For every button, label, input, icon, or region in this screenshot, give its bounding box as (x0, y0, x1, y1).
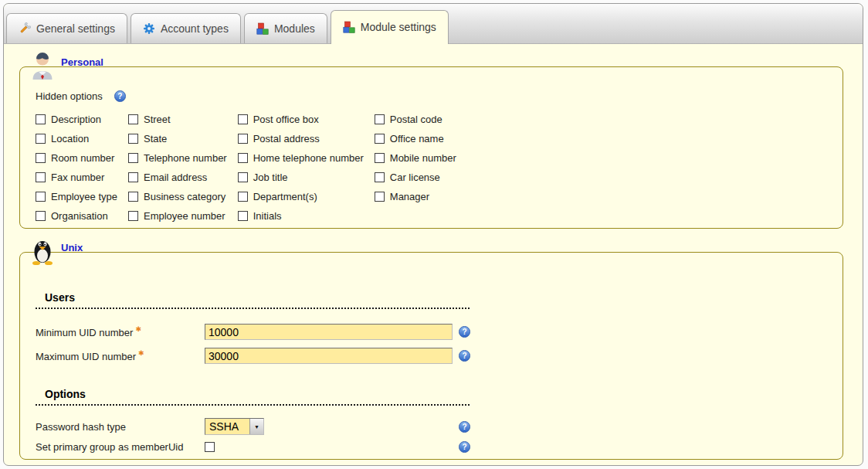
hidden-option-label: Organisation (51, 210, 108, 222)
hidden-option-checkbox[interactable] (128, 153, 138, 163)
hidden-option-checkbox[interactable] (128, 211, 138, 221)
minimum-uid-input[interactable] (205, 324, 453, 340)
maximum-uid-label: Maximum UID number (36, 349, 205, 362)
hidden-option-checkbox[interactable] (375, 134, 385, 144)
hidden-option[interactable]: Post office box (238, 114, 364, 125)
hidden-option[interactable]: Street (128, 114, 227, 125)
hidden-option-checkbox[interactable] (128, 172, 138, 182)
minimum-uid-label: Minimum UID number (36, 325, 205, 338)
options-subheader: Options (36, 388, 470, 406)
hidden-option-checkbox[interactable] (375, 192, 385, 202)
hidden-option-label: Home telephone number (253, 152, 364, 164)
minimum-uid-row: Minimum UID number (36, 320, 843, 344)
hidden-option[interactable]: Description (36, 114, 117, 125)
tab-account-types[interactable]: Account types (131, 13, 241, 43)
help-icon[interactable] (114, 90, 126, 102)
hidden-option-checkbox[interactable] (238, 134, 248, 144)
tab-label: Module settings (361, 21, 436, 33)
hidden-option-label: Mobile number (390, 152, 456, 164)
hidden-option-checkbox[interactable] (128, 114, 138, 124)
hidden-option-checkbox[interactable] (375, 114, 385, 124)
hidden-options-label: Hidden options (36, 90, 103, 102)
tab-general-settings[interactable]: General settings (6, 13, 127, 43)
tab-bar: General settings Account types (4, 4, 863, 44)
hidden-option-checkbox[interactable] (375, 172, 385, 182)
tux-penguin-icon (31, 237, 54, 265)
hidden-option[interactable]: Organisation (36, 210, 117, 222)
hidden-option[interactable]: Postal code (375, 114, 456, 125)
hidden-option-label: State (144, 133, 167, 144)
wrench-icon (19, 22, 31, 35)
hidden-option[interactable]: Car license (375, 172, 456, 183)
password-hash-row: Password hash type SSHA (36, 416, 843, 437)
hidden-option[interactable]: Business category (128, 191, 227, 202)
hidden-option-checkbox[interactable] (36, 192, 46, 202)
chevron-down-icon[interactable] (249, 419, 263, 434)
help-icon[interactable] (459, 326, 470, 338)
hidden-option-checkbox[interactable] (238, 211, 248, 221)
hidden-option-label: Job title (253, 172, 288, 183)
options-subheader-label: Options (45, 388, 86, 400)
tab-label: Account types (161, 22, 229, 35)
maximum-uid-input[interactable] (205, 348, 453, 364)
hidden-option[interactable]: Postal address (238, 133, 364, 144)
hidden-option[interactable]: State (128, 133, 227, 144)
help-icon[interactable] (459, 350, 470, 362)
hidden-option-checkbox[interactable] (238, 192, 248, 202)
personal-section-title: Personal (61, 57, 103, 68)
hidden-option[interactable]: Department(s) (238, 191, 364, 202)
hidden-option[interactable]: Location (36, 133, 117, 144)
hidden-option-checkbox[interactable] (238, 172, 248, 182)
hidden-option-checkbox[interactable] (128, 134, 138, 144)
hidden-option[interactable]: Mobile number (375, 152, 456, 164)
hidden-option[interactable]: Initials (238, 210, 364, 222)
hidden-option-checkbox[interactable] (36, 211, 46, 221)
maximum-uid-row: Maximum UID number (36, 344, 843, 368)
options-rows: Password hash type SSHA Set primary grou… (36, 416, 843, 457)
modules-cubes-icon (343, 21, 355, 33)
help-icon[interactable] (459, 441, 470, 453)
help-icon[interactable] (459, 421, 470, 433)
hidden-option-checkbox[interactable] (36, 134, 46, 144)
hidden-option-label: Fax number (51, 172, 104, 183)
hidden-option[interactable]: Employee number (128, 210, 227, 222)
personal-section: Personal Hidden options DescriptionStree… (19, 66, 843, 229)
hidden-option[interactable]: Room number (36, 152, 117, 164)
hidden-option-checkbox[interactable] (36, 172, 46, 182)
gear-icon (143, 22, 155, 35)
tab-modules[interactable]: Modules (244, 13, 327, 43)
hidden-option-checkbox[interactable] (238, 114, 248, 124)
hidden-option-checkbox[interactable] (36, 153, 46, 163)
hidden-option[interactable]: Email address (128, 172, 227, 183)
hidden-option[interactable]: Job title (238, 172, 364, 183)
hidden-option-label: Business category (144, 191, 225, 202)
tab-label: General settings (36, 22, 115, 35)
hidden-option[interactable]: Manager (375, 191, 456, 202)
hidden-option-label: Post office box (253, 114, 319, 125)
hidden-option-checkbox[interactable] (238, 153, 248, 163)
hidden-option-checkbox[interactable] (36, 114, 46, 124)
hidden-option-checkbox[interactable] (375, 153, 385, 163)
module-settings-panel: Personal Hidden options DescriptionStree… (4, 44, 863, 460)
hidden-option-label: Street (144, 114, 171, 125)
hidden-option-label: Department(s) (253, 191, 317, 202)
hidden-option[interactable]: Telephone number (128, 152, 227, 164)
password-hash-select[interactable]: SSHA (205, 418, 264, 435)
modules-cubes-icon (256, 22, 269, 35)
personal-section-header: Personal (31, 50, 103, 68)
users-subheader-label: Users (45, 291, 75, 304)
tab-module-settings[interactable]: Module settings (331, 10, 449, 44)
hidden-option[interactable]: Home telephone number (238, 152, 364, 164)
hidden-option-label: Room number (51, 152, 114, 164)
unix-section: Unix Users Minimum UID number Maximum UI… (19, 252, 843, 460)
password-hash-label: Password hash type (36, 421, 205, 433)
hidden-option-checkbox[interactable] (128, 192, 138, 202)
required-icon (135, 325, 141, 333)
required-icon (138, 349, 144, 357)
unix-section-header: Unix (31, 237, 83, 253)
hidden-option[interactable]: Fax number (36, 172, 117, 183)
member-uid-checkbox[interactable] (205, 442, 215, 452)
hidden-option[interactable]: Office name (375, 133, 456, 144)
hidden-option-label: Employee number (144, 210, 225, 222)
hidden-option[interactable]: Employee type (36, 191, 117, 202)
